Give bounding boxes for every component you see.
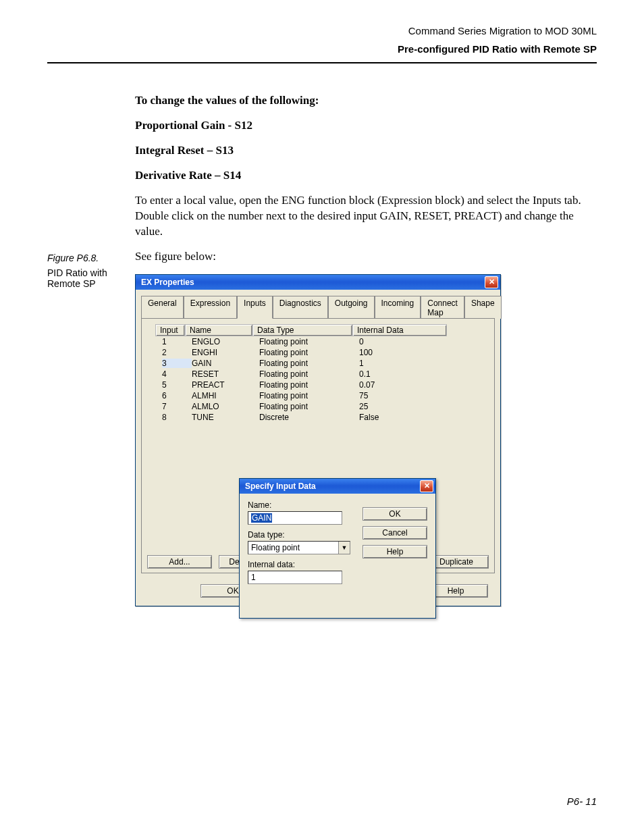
cell-input: 1: [162, 337, 192, 346]
cell-data-type: Discrete: [259, 413, 359, 422]
table-row[interactable]: 4RESETFloating point0.1: [155, 369, 489, 380]
bullet-gain: Proportional Gain - S12: [135, 118, 597, 134]
cell-name: ALMHI: [192, 391, 259, 400]
ex-properties-window: EX Properties ✕ General Expression Input…: [135, 274, 501, 606]
dialog-help-button[interactable]: Help: [363, 545, 427, 558]
table-row[interactable]: 1ENGLOFloating point0: [155, 336, 489, 347]
cell-name: ALMLO: [192, 402, 259, 411]
chevron-down-icon[interactable]: ▼: [338, 542, 350, 554]
ex-properties-titlebar[interactable]: EX Properties ✕: [136, 275, 500, 290]
cell-internal-data: 25: [359, 402, 454, 411]
tab-general[interactable]: General: [141, 296, 184, 319]
cell-input: 2: [162, 348, 192, 357]
col-name[interactable]: Name: [185, 324, 252, 336]
table-row[interactable]: 2ENGHIFloating point100: [155, 347, 489, 358]
close-icon[interactable]: ✕: [485, 276, 498, 288]
tab-diagnostics[interactable]: Diagnostics: [273, 296, 328, 319]
specify-input-data-dialog: Specify Input Data ✕ Name: GAIN Data typ…: [239, 478, 436, 619]
cell-name: RESET: [192, 369, 259, 379]
cell-internal-data: 0.07: [359, 380, 454, 390]
data-type-select[interactable]: Floating point ▼: [248, 541, 350, 554]
data-type-value: Floating point: [248, 542, 338, 554]
cell-data-type: Floating point: [259, 402, 359, 411]
tab-inputs[interactable]: Inputs: [237, 296, 273, 319]
internal-data-label: Internal data:: [248, 560, 427, 569]
header-rule: [47, 62, 597, 63]
cell-data-type: Floating point: [259, 380, 359, 390]
cell-internal-data: 75: [359, 391, 454, 400]
inputs-table-header: Input Name Data Type Internal Data: [155, 324, 489, 336]
cell-data-type: Floating point: [259, 369, 359, 379]
table-row[interactable]: 7ALMLOFloating point25: [155, 401, 489, 412]
cell-internal-data: 1: [359, 359, 454, 368]
heading-change-values: To change the values of the following:: [135, 93, 597, 109]
cell-input: 6: [162, 391, 192, 400]
ex-properties-title: EX Properties: [141, 278, 194, 287]
cell-input: 7: [162, 402, 192, 411]
tab-shape[interactable]: Shape: [464, 296, 502, 319]
table-row[interactable]: 3GAINFloating point1: [155, 358, 489, 369]
cell-name: TUNE: [192, 413, 259, 422]
col-internal-data[interactable]: Internal Data: [352, 324, 447, 336]
figure-caption: PID Ratio with Remote SP: [47, 267, 135, 289]
dialog-cancel-button[interactable]: Cancel: [363, 526, 427, 540]
cell-internal-data: 100: [359, 348, 454, 357]
specify-input-data-title: Specify Input Data: [245, 481, 316, 491]
cell-input: 5: [162, 380, 192, 390]
table-row[interactable]: 5PREACTFloating point0.07: [155, 380, 489, 390]
cell-input: 4: [162, 369, 192, 379]
cell-name: ENGHI: [192, 348, 259, 357]
cell-input: 3: [162, 359, 192, 368]
tab-expression[interactable]: Expression: [184, 296, 237, 319]
tabstrip: General Expression Inputs Diagnostics Ou…: [136, 290, 500, 318]
figure-number: Figure P6.8.: [47, 253, 135, 263]
cell-data-type: Floating point: [259, 391, 359, 400]
specify-input-data-titlebar[interactable]: Specify Input Data ✕: [240, 479, 435, 494]
table-row[interactable]: 6ALMHIFloating point75: [155, 390, 489, 401]
cell-internal-data: 0.1: [359, 369, 454, 379]
cell-name: ENGLO: [192, 337, 259, 346]
paragraph-see-figure: See figure below:: [135, 249, 597, 265]
cell-name: GAIN: [192, 359, 259, 368]
close-icon[interactable]: ✕: [420, 480, 433, 492]
cell-data-type: Floating point: [259, 337, 359, 346]
cell-name: PREACT: [192, 380, 259, 390]
cell-data-type: Floating point: [259, 348, 359, 357]
page-number: P6- 11: [567, 796, 597, 807]
dialog-ok-button[interactable]: OK: [363, 507, 427, 521]
cell-data-type: Floating point: [259, 359, 359, 368]
header-section-title: Pre-configured PID Ratio with Remote SP: [47, 40, 597, 58]
cell-internal-data: 0: [359, 337, 454, 346]
tab-incoming[interactable]: Incoming: [375, 296, 421, 319]
bullet-preact: Derivative Rate – S14: [135, 168, 597, 184]
paragraph-instructions: To enter a local value, open the ENG fun…: [135, 193, 597, 240]
tab-connect-map[interactable]: Connect Map: [421, 296, 464, 319]
header-doc-title: Command Series Migration to MOD 30ML: [47, 22, 597, 40]
col-input[interactable]: Input: [155, 324, 185, 336]
table-row[interactable]: 8TUNEDiscreteFalse: [155, 412, 489, 423]
inputs-panel: Input Name Data Type Internal Data 1ENGL…: [141, 318, 495, 573]
cell-input: 8: [162, 413, 192, 422]
tab-outgoing[interactable]: Outgoing: [328, 296, 375, 319]
col-data-type[interactable]: Data Type: [252, 324, 352, 336]
cell-internal-data: False: [359, 413, 454, 422]
name-input[interactable]: GAIN: [248, 511, 342, 525]
add-button[interactable]: Add...: [147, 555, 212, 569]
internal-data-input[interactable]: 1: [248, 571, 342, 584]
bullet-reset: Integral Reset – S13: [135, 143, 597, 159]
